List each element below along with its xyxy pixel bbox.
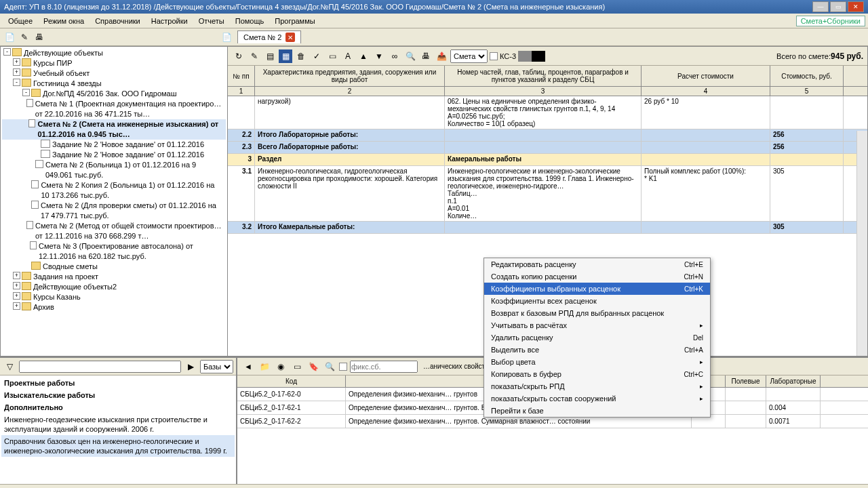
mode-select[interactable]: Смета (450, 49, 488, 63)
tree-item[interactable]: +Архив (2, 302, 226, 312)
menu-item[interactable]: Коэффициенты всех расценок (484, 295, 710, 307)
menu-programs[interactable]: Программы (269, 15, 320, 27)
base-search-input[interactable] (19, 361, 181, 373)
grid-row[interactable]: 3РазделКамеральные работы (228, 154, 867, 166)
menu-item[interactable]: показать/скрыть состав сооружений▸ (484, 392, 710, 405)
list-icon[interactable]: ▤ (263, 49, 277, 63)
form-icon[interactable]: ▦ (279, 49, 292, 63)
bases-select[interactable]: Базы (200, 360, 233, 373)
bases-list[interactable]: Проектные работыИзыскательские работыДоп… (0, 375, 236, 484)
open-icon[interactable]: ✎ (248, 49, 261, 63)
folder-icon[interactable]: 📁 (258, 360, 271, 373)
base-list-item[interactable]: Инженерно-геодезические изыскания при ст… (1, 413, 235, 435)
grid-row[interactable]: 3.2Итого Камеральные работы:305 (228, 222, 867, 234)
menu-item[interactable]: показать/скрыть РПД▸ (484, 380, 710, 392)
close-button[interactable]: ✕ (848, 1, 864, 12)
fixed-checkbox[interactable] (339, 363, 347, 371)
base-list-item[interactable]: Дополнительно (1, 401, 235, 413)
export-icon[interactable]: 📤 (435, 49, 448, 63)
tree-toggle-icon[interactable]: + (13, 302, 20, 310)
menu-item[interactable]: Создать копию расценкиCtrl+N (484, 270, 710, 283)
down-icon[interactable]: ▼ (372, 49, 386, 63)
base-list-item[interactable]: Справочник базовых цен на инженерно-геол… (1, 435, 235, 457)
tree-item[interactable]: Смета № 2 (Смета на инженерные изыскания… (2, 119, 226, 140)
delete-icon[interactable]: 🗑 (294, 49, 308, 63)
print-icon-2[interactable]: 🖶 (419, 49, 433, 63)
grid-row[interactable]: 2.3Всего Лабораторные работы:256 (228, 142, 867, 154)
grid-row[interactable]: 3.1Инженерно-геологическая, гидрогеологи… (228, 166, 867, 222)
tree-item[interactable]: Сводные сметы (2, 262, 226, 272)
tree-item[interactable]: Смета № 2 (Для проверки сметы) от 01.12.… (2, 201, 226, 221)
menu-window-mode[interactable]: Режим окна (38, 15, 90, 27)
tab-close-icon[interactable]: ✕ (285, 33, 295, 42)
grid-row[interactable]: нагрузкой)062. Цены на единичные определ… (228, 96, 867, 129)
play-icon[interactable]: ▶ (184, 360, 197, 373)
tree-toggle-icon[interactable]: + (13, 282, 20, 289)
tags-icon[interactable]: 🔖 (307, 360, 320, 373)
menu-references[interactable]: Справочники (90, 15, 146, 27)
menu-item[interactable]: Выделить всеCtrl+A (484, 344, 710, 356)
base-list-item[interactable]: Изыскательские работы (1, 389, 235, 401)
doc-tab[interactable]: Смета № 2 ✕ (237, 30, 301, 43)
tree-item[interactable]: Задание № 2 'Новое задание' от 01.12.201… (2, 140, 226, 150)
print-icon[interactable]: 🖶 (33, 30, 46, 44)
menu-item[interactable]: Коэффициенты выбранных расценокCtrl+K (484, 283, 710, 295)
col-num[interactable]: № пп (228, 66, 255, 86)
tree-toggle-icon[interactable]: + (13, 272, 20, 279)
tree-item[interactable]: Смета № 2 (Метод от общей стоимости прое… (2, 221, 226, 241)
tree-pane[interactable]: -Действующие объекты+Курсы ПИР+Учебный о… (0, 46, 228, 357)
col-calc[interactable]: Расчет стоимости (642, 66, 770, 86)
menu-general[interactable]: Общее (3, 15, 38, 27)
tree-item[interactable]: Смета № 2 Копия 2 (Больница 1) от 01.12.… (2, 180, 226, 201)
image-icon[interactable]: ▭ (326, 49, 339, 63)
tree-item[interactable]: Задание № 2 'Новое задание' от 01.12.201… (2, 150, 226, 160)
tree-toggle-icon[interactable]: + (13, 68, 20, 76)
menu-settings[interactable]: Настройки (146, 15, 193, 27)
menu-item[interactable]: Возврат к базовым РПД для выбранных расц… (484, 307, 710, 319)
maximize-button[interactable]: ▭ (830, 1, 846, 12)
check-icon[interactable]: ✓ (310, 49, 323, 63)
search-icon-2[interactable]: 🔍 (323, 360, 336, 373)
col-cost[interactable]: Стоимость, руб. (770, 66, 844, 86)
tree-item[interactable]: -Гостиница 4 звезды (2, 79, 226, 89)
tree-item[interactable]: +Действующие объекты2 (2, 282, 226, 292)
tree-item[interactable]: -Дог.№ПД 45/2016 Зак. ООО Гидромаш (2, 89, 226, 99)
menu-item[interactable]: Перейти к базе (484, 405, 710, 417)
menu-item[interactable]: Редактировать расценкуCtrl+E (484, 258, 710, 270)
new-icon[interactable]: 📄 (3, 30, 16, 44)
col-code[interactable]: Код (237, 375, 346, 387)
menu-item[interactable]: Выбор цвета▸ (484, 356, 710, 368)
globe-icon[interactable]: ◉ (274, 360, 288, 373)
tree-item[interactable]: Смета № 1 (Проектная документация на про… (2, 99, 226, 119)
color-swatch[interactable] (518, 51, 545, 62)
edit-icon[interactable]: ✎ (18, 30, 31, 44)
book-icon[interactable]: ▭ (290, 360, 304, 373)
refresh-icon[interactable]: ↻ (232, 49, 245, 63)
tree-toggle-icon[interactable]: - (22, 89, 30, 96)
fixed-input[interactable] (350, 361, 418, 373)
filter-icon[interactable]: ▽ (3, 360, 16, 373)
font-icon[interactable]: A (341, 49, 355, 63)
up-icon[interactable]: ▲ (357, 49, 370, 63)
base-list-item[interactable]: Проектные работы (1, 377, 235, 389)
tree-item[interactable]: Смета № 3 (Проектирование автосалона) от… (2, 241, 226, 262)
grid-row[interactable]: 2.2Итого Лабораторные работы:256 (228, 129, 867, 142)
tree-item[interactable]: +Курсы Казань (2, 292, 226, 302)
tree-item[interactable]: Смета № 2 (Больница 1) от 01.12.2016 на … (2, 160, 226, 180)
tree-toggle-icon[interactable]: - (13, 79, 20, 86)
col-field[interactable]: Полевые (726, 375, 766, 387)
menu-item[interactable]: Учитывать в расчётах▸ (484, 319, 710, 331)
col-lab[interactable]: Лабораторные (766, 375, 821, 387)
menu-item[interactable]: Удалить расценкуDel (484, 331, 710, 344)
minimize-button[interactable]: — (812, 1, 829, 12)
menu-help[interactable]: Помощь (230, 15, 270, 27)
col-desc[interactable]: Характеристика предприятия, здания, соор… (255, 66, 445, 86)
tree-item[interactable]: +Задания на проект (2, 272, 226, 282)
menu-reports[interactable]: Отчеты (193, 15, 230, 27)
tree-item[interactable]: +Курсы ПИР (2, 58, 226, 68)
mode-badge[interactable]: Смета+Сборники (796, 16, 865, 26)
col-ref[interactable]: Номер частей, глав, таблиц, процентов, п… (445, 66, 642, 86)
grid-scrollbar[interactable] (856, 131, 867, 356)
link-icon[interactable]: ∞ (388, 49, 401, 63)
tree-toggle-icon[interactable]: + (13, 58, 20, 66)
